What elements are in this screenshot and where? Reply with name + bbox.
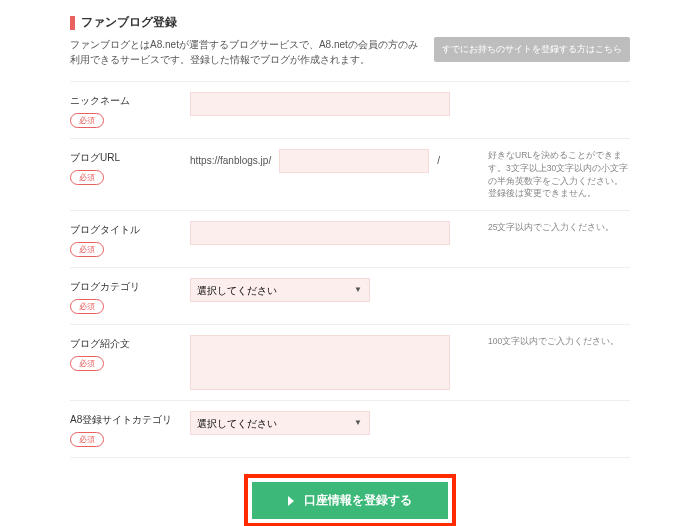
row-blog-category: ブログカテゴリ 必須 選択してください	[70, 267, 630, 324]
a8-category-label: A8登録サイトカテゴリ	[70, 413, 190, 427]
blog-category-label: ブログカテゴリ	[70, 280, 190, 294]
blog-intro-hint: 100文字以内でご入力ください。	[480, 335, 630, 348]
page-title: ファンブログ登録	[81, 14, 177, 31]
control-col	[190, 92, 480, 116]
required-badge: 必須	[70, 170, 104, 185]
required-badge: 必須	[70, 113, 104, 128]
required-badge: 必須	[70, 356, 104, 371]
title-accent-bar	[70, 16, 75, 30]
control-col: 選択してください	[190, 278, 480, 302]
blog-url-hint: 好きなURLを決めることができます。3文字以上30文字以内の小文字の半角英数字を…	[480, 149, 630, 200]
chevron-right-icon	[288, 496, 294, 506]
blog-intro-label: ブログ紹介文	[70, 337, 190, 351]
nickname-input[interactable]	[190, 92, 450, 116]
intro-row: ファンブログとはA8.netが運営するブログサービスで、A8.netの会員の方の…	[70, 37, 630, 67]
blog-url-label: ブログURL	[70, 151, 190, 165]
blog-title-input[interactable]	[190, 221, 450, 245]
row-nickname: ニックネーム 必須	[70, 81, 630, 138]
control-col: https://fanblogs.jp/ /	[190, 149, 480, 173]
row-a8-category: A8登録サイトカテゴリ 必須 選択してください	[70, 400, 630, 457]
blog-url-input[interactable]	[279, 149, 429, 173]
blog-intro-textarea[interactable]	[190, 335, 450, 390]
submit-area: 口座情報を登録する 入力情報は登録前に修正できますのでご安心ください。	[70, 457, 630, 526]
required-badge: 必須	[70, 432, 104, 447]
label-col: A8登録サイトカテゴリ 必須	[70, 411, 190, 447]
required-badge: 必須	[70, 299, 104, 314]
control-col	[190, 335, 480, 390]
blog-title-hint: 25文字以内でご入力ください。	[480, 221, 630, 234]
label-col: ブログカテゴリ 必須	[70, 278, 190, 314]
url-prefix: https://fanblogs.jp/	[190, 149, 271, 173]
submit-highlight-box: 口座情報を登録する	[244, 474, 456, 526]
label-col: ブログURL 必須	[70, 149, 190, 185]
a8-category-select[interactable]: 選択してください	[190, 411, 370, 435]
blog-category-select[interactable]: 選択してください	[190, 278, 370, 302]
page-title-row: ファンブログ登録	[70, 14, 630, 31]
url-suffix: /	[437, 149, 440, 173]
nickname-label: ニックネーム	[70, 94, 190, 108]
row-blog-title: ブログタイトル 必須 25文字以内でご入力ください。	[70, 210, 630, 267]
submit-button[interactable]: 口座情報を登録する	[252, 482, 448, 519]
label-col: ニックネーム 必須	[70, 92, 190, 128]
control-col	[190, 221, 480, 245]
blog-title-label: ブログタイトル	[70, 223, 190, 237]
existing-site-button[interactable]: すでにお持ちのサイトを登録する方はこちら	[434, 37, 630, 62]
label-col: ブログ紹介文 必須	[70, 335, 190, 371]
select-wrap: 選択してください	[190, 411, 370, 435]
submit-button-label: 口座情報を登録する	[304, 492, 412, 509]
label-col: ブログタイトル 必須	[70, 221, 190, 257]
row-blog-intro: ブログ紹介文 必須 100文字以内でご入力ください。	[70, 324, 630, 400]
required-badge: 必須	[70, 242, 104, 257]
row-blog-url: ブログURL 必須 https://fanblogs.jp/ / 好きなURLを…	[70, 138, 630, 210]
control-col: 選択してください	[190, 411, 480, 435]
select-wrap: 選択してください	[190, 278, 370, 302]
intro-text: ファンブログとはA8.netが運営するブログサービスで、A8.netの会員の方の…	[70, 37, 424, 67]
